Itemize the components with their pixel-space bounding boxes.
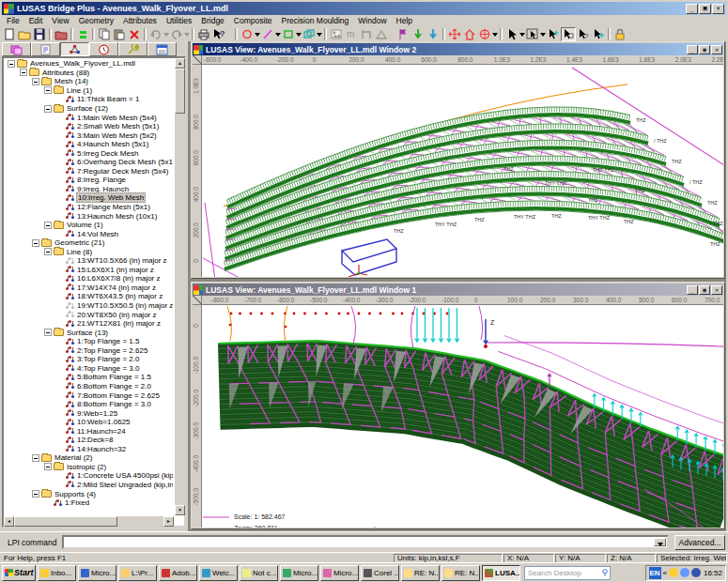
view1-minimize-button[interactable]: _ (687, 285, 698, 295)
menu-attributes[interactable]: Attributes (118, 16, 162, 25)
tree-item[interactable]: 12:Deck=8 (5, 436, 173, 445)
surface-geometry-icon[interactable] (281, 27, 296, 41)
tree-item-label[interactable]: Avenues_Walk_Flyover_LL.mdl (29, 59, 136, 68)
view1-close-button[interactable]: ✕ (711, 285, 722, 295)
tree-item[interactable]: 20:WT8X50 (in) major z (5, 310, 173, 319)
tree-item-label[interactable]: 1:Main Web Mesh (5x4) (76, 114, 158, 122)
tree-item[interactable]: 4:Top Flange = 3.0 (5, 364, 173, 374)
point-geometry-icon[interactable] (240, 27, 255, 41)
volume-geometry-dropdown[interactable] (317, 33, 322, 39)
tree-item[interactable]: 18:WT6X43.5 (in) major z (5, 292, 173, 301)
tree-item-label[interactable]: 19:WT10.5X50.5 (in) major z (76, 301, 173, 310)
taskbar-button[interactable]: RE: N... (441, 565, 480, 581)
open-model-icon[interactable] (54, 27, 69, 41)
view2-minimize-button[interactable]: _ (687, 45, 698, 54)
close-button[interactable]: ✕ (712, 4, 724, 14)
tree-item-label[interactable]: 3:Top Flange = 2.0 (76, 355, 141, 363)
redo-dropdown[interactable] (184, 33, 190, 39)
tree-expand-box[interactable] (32, 454, 39, 462)
tree-item[interactable]: 1:Fixed (5, 498, 173, 508)
tree-item-label[interactable]: 17:W14X74 (in) major z (76, 283, 157, 292)
print-icon[interactable] (196, 27, 211, 41)
tree-item-label[interactable]: Volume (1) (66, 221, 104, 229)
menu-utilities[interactable]: Utilities (162, 16, 196, 25)
tree-item-label[interactable]: Line (8) (66, 248, 93, 256)
context-help-icon[interactable]: ? (211, 27, 226, 41)
menu-bridge[interactable]: Bridge (196, 16, 229, 25)
line-geometry-icon[interactable] (260, 27, 275, 41)
view2-canvas[interactable]: THZTHY THZTHZTHY THZTHZTHY THZTHZTHZ/ TH… (203, 66, 723, 277)
tree-item-label[interactable]: Surface (12) (66, 104, 109, 113)
paste-icon[interactable] (112, 27, 127, 41)
tree-item[interactable]: Volume (1) (5, 221, 173, 230)
tree-item[interactable]: 7:Regular Deck Mesh (5x4) (5, 167, 173, 176)
flag-tool-icon[interactable] (395, 27, 410, 41)
tree-item[interactable]: Surface (13) (5, 328, 173, 337)
volume-geometry-icon[interactable] (302, 27, 317, 41)
home-view-icon[interactable] (462, 27, 477, 41)
copy-icon[interactable] (97, 27, 112, 41)
tree-item-label[interactable]: 15:L6X6X1 (in) major z (76, 266, 155, 274)
mirror-icon[interactable]: m (344, 27, 359, 41)
tray-icon-update[interactable] (691, 568, 701, 577)
tree-expand-box[interactable] (32, 239, 39, 247)
tree-item-label[interactable]: Mesh (14) (54, 77, 89, 85)
taskbar-button[interactable]: LUSA... (482, 565, 520, 581)
tree-item[interactable]: 11:Haunch=24 (5, 426, 173, 436)
tray-icon-search[interactable] (680, 568, 689, 577)
tree-item-label[interactable]: Line (1) (66, 86, 93, 95)
tab-analyses[interactable] (89, 42, 118, 56)
pan-icon[interactable] (447, 27, 462, 41)
tree-item[interactable]: Avenues_Walk_Flyover_LL.mdl (5, 59, 173, 69)
menu-view[interactable]: View (47, 16, 73, 25)
view2-title-bar[interactable]: LUSAS View: Avenues_Walk_Flyover_LL.mdl … (193, 43, 723, 55)
tree-item-label[interactable]: 8:Bottom Flange = 3.0 (76, 400, 152, 408)
tree-item-label[interactable]: 2:Small Web Mesh (5x1) (76, 122, 160, 130)
command-dropdown-button[interactable] (654, 538, 666, 546)
taskbar-button[interactable]: L:\Pr... (118, 565, 157, 581)
tree-hscrollbar[interactable]: ◄ ► (4, 515, 174, 526)
undo-icon[interactable] (148, 27, 163, 41)
tree-expand-box[interactable] (44, 463, 52, 470)
move-down-blue-icon[interactable] (426, 27, 441, 41)
taskbar-button[interactable]: Corel ... (361, 565, 399, 581)
tree-item[interactable]: 19:WT10.5X50.5 (in) major z (5, 301, 173, 311)
tree-item[interactable]: 8:Irreg. Flange (5, 176, 173, 185)
delete-icon[interactable] (127, 27, 142, 41)
tree-item[interactable]: 1:Main Web Mesh (5x4) (5, 113, 173, 122)
tree-item[interactable]: Material (2) (5, 453, 173, 463)
tree-item-label[interactable]: 11:Haunch=24 (76, 427, 127, 436)
scroll-up-button[interactable]: ▲ (175, 58, 185, 69)
tree-item-label[interactable]: 13:WT10.5X66 (in) major z (76, 256, 168, 265)
tree-item[interactable]: 3:Top Flange = 2.0 (5, 355, 173, 364)
tree-item[interactable]: Line (1) (5, 86, 173, 96)
tree-item[interactable]: 1:Top Flange = 1.5 (5, 337, 173, 346)
tree-item-label[interactable]: 7:Bottom Flange = 2.625 (76, 391, 161, 400)
sweep-icon[interactable] (359, 27, 374, 41)
menu-edit[interactable]: Edit (24, 16, 48, 25)
tree-expand-box[interactable] (44, 248, 52, 255)
new-file-icon[interactable] (2, 27, 17, 41)
tree-item-label[interactable]: 5:Bottom Flange = 1.5 (76, 373, 152, 381)
taskbar-button[interactable]: Micro... (78, 565, 116, 581)
advanced-button[interactable]: Advanced... (674, 535, 725, 550)
view1-title-bar[interactable]: LUSAS View: Avenues_Walk_Flyover_LL.mdl … (193, 283, 723, 296)
tree-item[interactable]: 2:Mild Steel Ungraded (kip,in,ksl (5, 481, 173, 490)
tree-item-label[interactable]: 7:Regular Deck Mesh (5x4) (76, 167, 169, 176)
tree-item[interactable]: 5:Irreg Deck Mesh (5, 148, 173, 158)
tree-item-label[interactable]: 12:Flange Mesh (5x1) (76, 203, 151, 211)
tree-item[interactable]: Isotropic (2) (5, 463, 173, 472)
scroll-right-button[interactable]: ► (163, 516, 174, 527)
tray-icon-messenger[interactable] (669, 568, 678, 577)
tree-item-label[interactable]: 10:Irreg. Web Mesh (76, 192, 146, 203)
tree-item[interactable]: Geometric (21) (5, 238, 173, 248)
tree-item-label[interactable]: 4:Top Flange = 3.0 (76, 364, 141, 373)
tree-expand-box[interactable] (44, 86, 52, 94)
tree-item-label[interactable]: 9:Web=1.25 (76, 409, 118, 418)
tree-expand-box[interactable] (8, 60, 15, 68)
select-cursor-icon[interactable] (504, 27, 519, 41)
lock-icon[interactable] (612, 27, 627, 41)
tree-item-label[interactable]: 12:Deck=8 (76, 436, 114, 444)
tree-item-label[interactable]: 4:Haunch Mesh (5x1) (76, 140, 149, 148)
open-file-icon[interactable] (17, 27, 32, 41)
